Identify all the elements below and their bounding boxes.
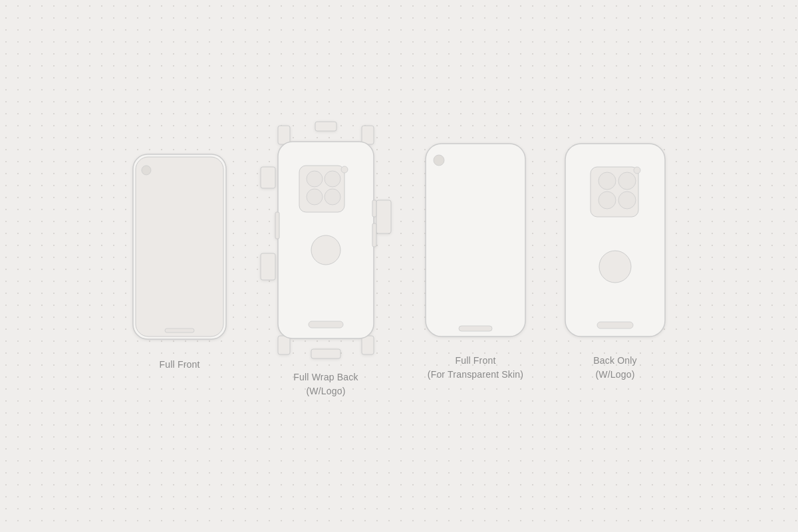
svg-point-18 [325, 189, 340, 205]
phone-item-full-front-transparent: Full Front (For Transparent Skin) [419, 137, 532, 382]
svg-rect-36 [597, 322, 633, 329]
svg-rect-5 [362, 126, 374, 144]
svg-rect-7 [278, 336, 290, 354]
svg-point-20 [311, 235, 340, 265]
label-full-front-transparent: Full Front (For Transparent Skin) [428, 354, 523, 382]
svg-rect-3 [165, 329, 194, 332]
phone-svg-full-front-transparent [419, 137, 532, 343]
svg-rect-4 [278, 126, 290, 144]
phone-svg-back-only [559, 137, 672, 343]
label-back-only: Back Only (W/Logo) [593, 354, 637, 382]
label-full-front: Full Front [159, 358, 200, 372]
svg-point-30 [598, 172, 616, 190]
svg-point-19 [341, 166, 348, 173]
svg-point-17 [307, 189, 323, 205]
phone-svg-full-wrap-back [259, 120, 392, 360]
phone-item-back-only: Back Only (W/Logo) [559, 137, 672, 382]
svg-rect-12 [376, 200, 391, 233]
svg-point-34 [634, 167, 640, 174]
svg-rect-23 [372, 200, 376, 217]
svg-rect-22 [275, 212, 279, 239]
phone-item-full-wrap-back: Full Wrap Back (W/Logo) [259, 120, 392, 398]
phone-svg-full-front [126, 148, 233, 347]
phone-item-full-front: Full Front [126, 148, 233, 372]
svg-rect-21 [309, 321, 343, 328]
svg-point-15 [307, 171, 323, 187]
svg-point-32 [598, 192, 616, 209]
phones-container: Full Front [113, 107, 685, 412]
svg-point-2 [142, 166, 151, 175]
svg-point-31 [618, 172, 636, 190]
svg-rect-25 [426, 144, 525, 336]
svg-point-16 [325, 171, 340, 187]
svg-rect-8 [362, 336, 374, 354]
svg-point-35 [599, 251, 631, 283]
svg-point-26 [434, 155, 444, 166]
svg-rect-24 [372, 223, 376, 247]
svg-rect-1 [136, 157, 223, 336]
svg-rect-10 [261, 167, 275, 188]
svg-point-33 [618, 192, 636, 209]
svg-rect-27 [459, 326, 492, 331]
label-full-wrap-back: Full Wrap Back (W/Logo) [293, 370, 358, 398]
svg-rect-6 [315, 122, 336, 131]
svg-rect-11 [261, 253, 275, 280]
svg-rect-9 [311, 349, 340, 358]
